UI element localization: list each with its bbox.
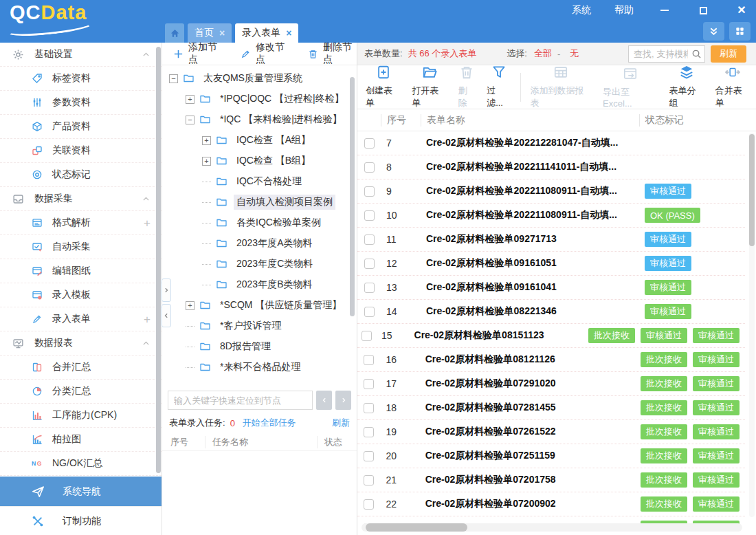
row-checkbox[interactable] bbox=[364, 427, 374, 437]
apps-grid-button[interactable] bbox=[729, 22, 751, 41]
tree-node[interactable]: + *IPQC|OQC 【过程检|终检】 bbox=[166, 89, 347, 109]
sidebar-item[interactable]: 状态标记 bbox=[0, 163, 162, 187]
row-checkbox[interactable] bbox=[364, 379, 374, 389]
menu-help[interactable]: 帮助 bbox=[614, 4, 634, 17]
forms-horizontal-scrollbar[interactable] bbox=[362, 523, 742, 532]
sidebar-item[interactable]: 产品资料 bbox=[0, 115, 162, 139]
row-checkbox[interactable] bbox=[364, 186, 375, 197]
delete-node-button[interactable]: 删除节点 bbox=[308, 41, 357, 66]
row-checkbox[interactable] bbox=[364, 403, 374, 413]
select-none-link[interactable]: 无 bbox=[570, 47, 579, 60]
row-checkbox[interactable] bbox=[364, 234, 375, 245]
sidebar-item-custom-features[interactable]: 订制功能 bbox=[0, 506, 162, 535]
next-match-button[interactable] bbox=[335, 391, 351, 410]
table-row[interactable]: 19 Cre-02原材料检验单07261522 批次接收审核通过 bbox=[357, 420, 745, 444]
sidebar-item[interactable]: 合并汇总 bbox=[0, 356, 162, 380]
row-checkbox[interactable] bbox=[364, 499, 374, 510]
table-row[interactable]: 18 Cre-02原材料检验单07281455 批次接收审核通过 bbox=[357, 396, 745, 420]
row-checkbox[interactable] bbox=[364, 210, 375, 221]
sidebar-section-header[interactable]: 数据采集 bbox=[0, 187, 162, 211]
add-icon[interactable]: + bbox=[144, 217, 151, 229]
tree-expander[interactable]: − bbox=[169, 74, 178, 83]
row-checkbox[interactable] bbox=[362, 331, 372, 341]
table-row[interactable]: 7 Cre-02原材料检验单202212281047-自动填... bbox=[357, 131, 745, 155]
close-tab-icon[interactable]: × bbox=[286, 28, 291, 38]
tasks-refresh-link[interactable]: 刷新 bbox=[332, 417, 350, 429]
sidebar-item[interactable]: 编辑图纸 bbox=[0, 259, 162, 283]
table-row[interactable]: 12 Cre-02原材料检验单09161051 审核通过 bbox=[357, 252, 745, 276]
sidebar-item[interactable]: 参数资料 bbox=[0, 91, 162, 115]
tree-expander[interactable]: + bbox=[186, 95, 194, 104]
close-button[interactable]: ✕ bbox=[734, 3, 749, 18]
edit-node-button[interactable]: 修改节点 bbox=[241, 41, 289, 66]
sidebar-item[interactable]: 自动采集 bbox=[0, 235, 162, 259]
sidebar-item[interactable]: 工序能力(CPK) bbox=[0, 404, 162, 428]
tree-expander[interactable]: − bbox=[186, 116, 194, 124]
tree-scrollbar[interactable] bbox=[350, 77, 355, 316]
tree-node[interactable]: 各类IQC检验单案例 bbox=[166, 212, 347, 233]
tree-node[interactable]: 8D报告管理 bbox=[166, 336, 347, 357]
row-checkbox[interactable] bbox=[364, 451, 374, 461]
tree-search-input[interactable] bbox=[168, 391, 313, 410]
maximize-button[interactable] bbox=[696, 3, 711, 18]
sidebar-item[interactable]: 标签资料 bbox=[0, 67, 162, 91]
scrollbar-thumb[interactable] bbox=[366, 523, 467, 532]
refresh-button[interactable]: 刷新 bbox=[711, 45, 746, 63]
forms-vertical-scrollbar[interactable] bbox=[749, 133, 755, 517]
chevron-up-icon[interactable] bbox=[142, 195, 151, 204]
sidebar-scrollbar[interactable] bbox=[156, 47, 161, 473]
tree-expander[interactable]: + bbox=[202, 136, 211, 145]
home-tab-button[interactable] bbox=[165, 23, 184, 43]
sidebar-item[interactable]: 柏拉图 bbox=[0, 428, 162, 452]
tree-node[interactable]: − *IQC 【来料检验|进料检验】 bbox=[166, 109, 347, 130]
table-row[interactable]: 21 Cre-02原材料检验单07201758 批次接收审核通过 bbox=[357, 468, 745, 492]
table-row[interactable]: 11 Cre-02原材料检验单09271713 审核通过 bbox=[357, 228, 745, 252]
chevron-up-icon[interactable] bbox=[142, 50, 151, 59]
scrollbar-thumb[interactable] bbox=[749, 134, 755, 246]
sidebar-item[interactable]: 分类汇总 bbox=[0, 380, 162, 404]
tree-node[interactable]: *客户投诉管理 bbox=[166, 316, 347, 336]
tree-node[interactable]: − 太友QMS质量管理系统 bbox=[166, 68, 347, 89]
start-all-tasks-link[interactable]: 开始全部任务 bbox=[243, 417, 296, 429]
table-row[interactable]: 10 Cre-02原材料检验单202211080911-自动填... OK (P… bbox=[357, 204, 745, 228]
tree-node[interactable]: 2023年度C类物料 bbox=[166, 254, 347, 274]
row-checkbox[interactable] bbox=[364, 162, 375, 173]
add-node-button[interactable]: 添加节点 bbox=[173, 41, 222, 66]
tree-node[interactable]: *来料不合格品处理 bbox=[166, 357, 347, 378]
row-checkbox[interactable] bbox=[364, 475, 374, 485]
sidebar-item-system-nav[interactable]: 系统导航 bbox=[0, 477, 162, 506]
tree-node[interactable]: 2023年度B类物料 bbox=[166, 274, 347, 295]
sidebar-section-header[interactable]: 数据报表 bbox=[0, 331, 162, 356]
tree-expander[interactable]: + bbox=[186, 301, 194, 310]
toolbar-button[interactable]: 合并表单 bbox=[710, 65, 756, 109]
toolbar-button[interactable]: 创建表单 bbox=[360, 65, 406, 109]
toolbar-button[interactable]: 打开表单 bbox=[406, 65, 452, 109]
tab-entry-forms[interactable]: 录入表单 × bbox=[235, 23, 298, 43]
sidebar-item[interactable]: 关联资料 bbox=[0, 139, 162, 163]
table-row[interactable]: 22 Cre-02原材料检验单07200902 批次接收审核通过 bbox=[357, 492, 745, 516]
table-row[interactable]: 15 Cre-02原材料检验单08151123 批次接收审核通过审核通过 bbox=[357, 324, 745, 348]
sidebar-section-header[interactable]: 基础设置 bbox=[0, 43, 162, 67]
row-checkbox[interactable] bbox=[364, 307, 375, 317]
search-icon[interactable] bbox=[691, 49, 702, 59]
sidebar-item[interactable]: 录入表单 + bbox=[0, 307, 162, 331]
sidebar-item[interactable]: 格式解析 + bbox=[0, 211, 162, 235]
table-row[interactable]: 17 Cre-02原材料检验单07291020 批次接收审核通过 bbox=[357, 372, 745, 396]
toolbar-button[interactable]: 表单分组 bbox=[664, 65, 710, 109]
tree-node[interactable]: + IQC检查 【B组】 bbox=[166, 151, 347, 171]
tree-node[interactable]: + *SCQM 【供应链质量管理】 bbox=[166, 295, 347, 316]
table-row[interactable]: 13 Cre-02原材料检验单09161041 审核通过 bbox=[357, 276, 745, 300]
row-checkbox[interactable] bbox=[364, 259, 375, 269]
select-all-link[interactable]: 全部 bbox=[534, 47, 552, 60]
sidebar-item[interactable]: NG/OK汇总 bbox=[0, 452, 162, 476]
tree-node[interactable]: 2023年度A类物料 bbox=[166, 233, 347, 254]
tree-node[interactable]: IQC不合格处理 bbox=[166, 171, 347, 192]
row-checkbox[interactable] bbox=[364, 283, 375, 293]
prev-match-button[interactable] bbox=[316, 391, 332, 410]
row-checkbox[interactable] bbox=[364, 138, 375, 149]
tab-home[interactable]: 首页 × bbox=[188, 23, 232, 43]
expand-panel-handle[interactable] bbox=[162, 279, 171, 302]
sidebar-item[interactable]: 录入模板 bbox=[0, 283, 162, 307]
add-icon[interactable]: + bbox=[144, 314, 151, 325]
chevron-up-icon[interactable] bbox=[142, 339, 151, 348]
